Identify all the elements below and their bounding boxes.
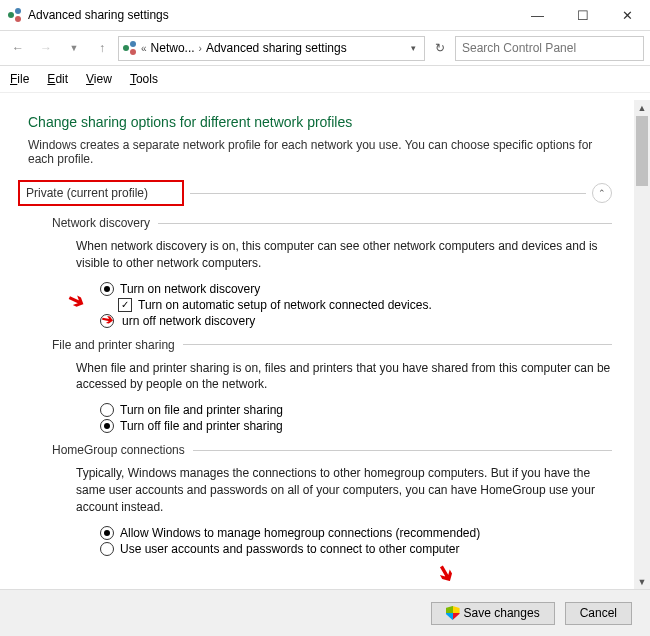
search-input[interactable] — [455, 36, 644, 61]
radio-fps-on[interactable]: Turn on file and printer sharing — [100, 403, 612, 417]
section-title-file-printer: File and printer sharing — [52, 338, 175, 352]
up-button[interactable]: ↑ — [90, 36, 114, 60]
radio-icon — [100, 282, 114, 296]
address-bar[interactable]: « Netwo... › Advanced sharing settings ▾ — [118, 36, 425, 61]
collapse-icon[interactable]: ⌃ — [592, 183, 612, 203]
scroll-down-icon[interactable]: ▼ — [634, 574, 650, 590]
menu-edit[interactable]: Edit — [47, 72, 68, 86]
scrollbar[interactable]: ▲ ▼ — [634, 100, 650, 590]
network-discovery-desc: When network discovery is on, this compu… — [76, 238, 612, 272]
chevron-icon: « — [141, 43, 147, 54]
divider — [190, 193, 586, 194]
history-dropdown[interactable]: ▼ — [62, 36, 86, 60]
page-intro: Windows creates a separate network profi… — [28, 138, 612, 166]
scroll-up-icon[interactable]: ▲ — [634, 100, 650, 116]
forward-button: → — [34, 36, 58, 60]
annotation-arrow-icon: ➔ — [101, 310, 116, 328]
minimize-button[interactable]: — — [515, 1, 560, 30]
refresh-button[interactable]: ↻ — [429, 37, 451, 59]
app-icon — [8, 8, 22, 22]
radio-nd-on[interactable]: Turn on network discovery — [100, 282, 612, 296]
radio-hg-allow[interactable]: Allow Windows to manage homegroup connec… — [100, 526, 612, 540]
breadcrumb-item[interactable]: Advanced sharing settings — [206, 41, 347, 55]
chevron-icon: › — [199, 43, 202, 54]
save-changes-button[interactable]: Save changes — [431, 602, 555, 625]
menu-file[interactable]: File — [10, 72, 29, 86]
page-heading: Change sharing options for different net… — [28, 114, 612, 130]
radio-icon — [100, 526, 114, 540]
radio-fps-off[interactable]: Turn off file and printer sharing — [100, 419, 612, 433]
menu-tools[interactable]: Tools — [130, 72, 158, 86]
file-printer-desc: When file and printer sharing is on, fil… — [76, 360, 612, 394]
footer-bar: Save changes Cancel — [0, 589, 650, 636]
radio-icon — [100, 542, 114, 556]
breadcrumb-item[interactable]: Netwo... — [151, 41, 195, 55]
window-title: Advanced sharing settings — [28, 8, 515, 22]
radio-nd-off[interactable]: ➔ urn off network discovery — [100, 314, 612, 328]
section-title-homegroup: HomeGroup connections — [52, 443, 185, 457]
checkbox-auto-setup[interactable]: ✓Turn on automatic setup of network conn… — [118, 298, 612, 312]
menu-view[interactable]: View — [86, 72, 112, 86]
nav-toolbar: ← → ▼ ↑ « Netwo... › Advanced sharing se… — [0, 31, 650, 66]
annotation-arrow-icon: ➔ — [64, 285, 90, 314]
profile-header-private[interactable]: Private (current profile) — [18, 180, 184, 206]
checkbox-icon: ✓ — [118, 298, 132, 312]
scroll-thumb[interactable] — [636, 116, 648, 186]
back-button[interactable]: ← — [6, 36, 30, 60]
radio-icon — [100, 419, 114, 433]
title-bar: Advanced sharing settings — ☐ ✕ — [0, 0, 650, 31]
homegroup-desc: Typically, Windows manages the connectio… — [76, 465, 612, 515]
radio-icon — [100, 403, 114, 417]
location-icon — [123, 41, 137, 55]
menu-bar: File Edit View Tools — [0, 66, 650, 93]
maximize-button[interactable]: ☐ — [560, 1, 605, 30]
address-dropdown[interactable]: ▾ — [407, 43, 420, 53]
radio-hg-use[interactable]: Use user accounts and passwords to conne… — [100, 542, 612, 556]
shield-icon — [446, 606, 460, 620]
cancel-button[interactable]: Cancel — [565, 602, 632, 625]
close-button[interactable]: ✕ — [605, 1, 650, 30]
section-title-network-discovery: Network discovery — [52, 216, 150, 230]
content-area: Change sharing options for different net… — [0, 100, 634, 590]
